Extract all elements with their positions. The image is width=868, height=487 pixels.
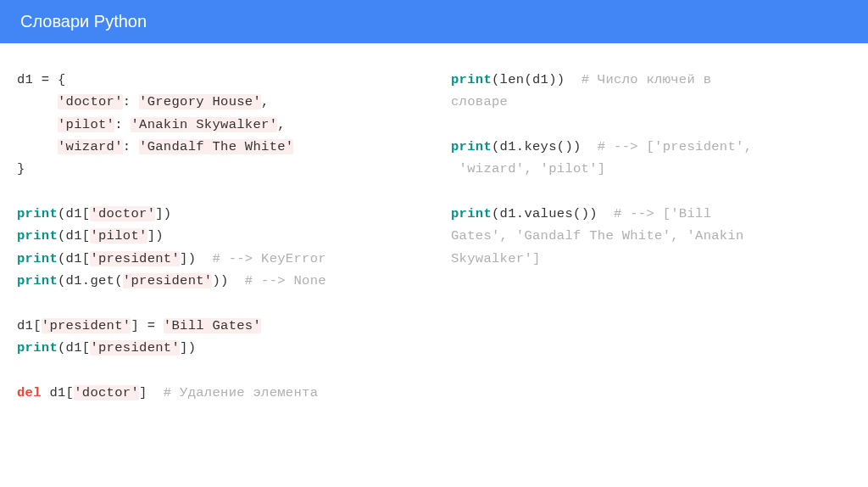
- slide-header: Словари Python: [0, 0, 868, 43]
- slide-title: Словари Python: [20, 12, 147, 31]
- code-left: d1 = { 'doctor': 'Gregory House', 'pilot…: [17, 69, 417, 404]
- code-right: print(len(d1)) # Число ключей в словаре …: [451, 69, 851, 404]
- slide-body: d1 = { 'doctor': 'Gregory House', 'pilot…: [0, 43, 868, 429]
